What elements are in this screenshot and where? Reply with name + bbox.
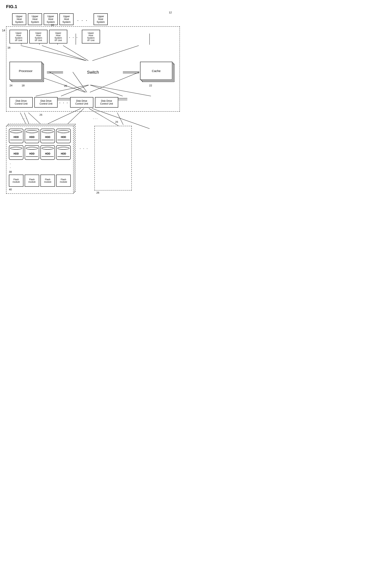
diagram-container: UpperHostSystem UpperHostSystem UpperHos… <box>6 13 180 292</box>
processor-switch-cache-row: Processor 18 24 Switch <box>9 62 176 83</box>
storage-dots: · · · <box>80 126 88 151</box>
flash-module-2: Flashmodule <box>25 175 39 187</box>
label-38: 38 <box>9 170 71 173</box>
label-24: 24 <box>9 84 12 87</box>
disk-control-1: Disk DriveControl Unit <box>9 97 33 108</box>
svg-line-21 <box>63 46 88 61</box>
second-enclosure-box <box>94 126 132 190</box>
hdd-vertical-dots: ·· <box>9 162 71 170</box>
svg-line-29 <box>90 85 123 96</box>
if-unit-3: UpperHostSystemI/F Unit <box>49 30 67 43</box>
svg-line-35 <box>117 113 123 125</box>
hdd-2-1: HDD <box>9 145 23 160</box>
disk-control-4: Disk DriveControl Unit <box>95 97 118 108</box>
cache-switch-lines <box>123 68 139 77</box>
svg-text:26: 26 <box>39 113 42 116</box>
hdd-1-3: HDD <box>40 129 55 143</box>
if-unit-1: UpperHostSystemI/F Unit <box>9 30 28 43</box>
svg-line-22 <box>92 46 139 61</box>
label-14: 14 <box>2 29 5 32</box>
cache-box: Cache <box>140 62 172 80</box>
if-unit-4: UpperHostSystemI/F Unit <box>82 30 100 43</box>
label-18: 18 <box>22 84 24 87</box>
hdd-2-4: HDD <box>56 145 71 160</box>
page: FIG.1 <box>0 0 183 297</box>
external-hosts-dots: · · · <box>75 13 88 23</box>
svg-text:26: 26 <box>115 120 118 123</box>
label-10: 10 <box>51 24 54 26</box>
disk-control-3: Disk DriveControl Unit <box>70 97 93 108</box>
hdd-1-4: HDD <box>56 129 71 143</box>
hdd-row-1: HDD HDD HDD HDD <box>9 129 71 143</box>
flash-module-3: Flashmodule <box>40 175 55 187</box>
main-system-box: 14 10 UpperHostSystemI/F Unit UpperHostS… <box>6 26 180 112</box>
disk-control-2: Disk DriveControl Unit <box>34 97 58 108</box>
cache-area: Cache 22 <box>139 62 176 83</box>
hdd-2-2: HDD <box>25 145 39 160</box>
external-host-1: UpperHostSystem <box>12 13 26 25</box>
processor-box: Processor <box>9 62 42 80</box>
diagram-content: UpperHostSystem UpperHostSystem UpperHos… <box>6 13 180 292</box>
if-unit-2: UpperHostSystemI/F Unit <box>29 30 47 43</box>
external-host-2: UpperHostSystem <box>28 13 42 25</box>
external-host-4: UpperHostSystem <box>59 13 74 25</box>
storage-enclosures-row: HDD HDD HDD HDD HDD HDD HDD HDD <box>6 126 180 194</box>
enclosure-front: HDD HDD HDD HDD HDD HDD HDD HDD <box>6 126 74 194</box>
external-hosts-row: UpperHostSystem UpperHostSystem UpperHos… <box>6 13 180 25</box>
flash-module-4: Flashmodule <box>56 175 71 187</box>
svg-line-30 <box>91 85 151 96</box>
figure-title: FIG.1 <box>6 4 177 9</box>
label-20: 20 <box>64 84 67 87</box>
proc-switch-lines <box>47 68 63 77</box>
disk-control-row: Disk DriveControl Unit Disk DriveControl… <box>9 97 176 108</box>
svg-line-27 <box>36 85 88 96</box>
label-12: 12 <box>169 11 172 14</box>
disk-control-dots: · · · <box>59 97 69 105</box>
switch-box: Switch <box>63 67 123 78</box>
enclosure-stack: HDD HDD HDD HDD HDD HDD HDD HDD <box>6 126 74 194</box>
svg-line-19 <box>21 46 86 61</box>
processor-area: Processor 18 24 <box>9 62 47 83</box>
flash-module-1: Flashmodule <box>9 175 23 187</box>
second-enclosure: 26 <box>94 126 132 190</box>
hdd-2-3: HDD <box>40 145 55 160</box>
label-40: 40 <box>9 188 71 191</box>
hdd-row-2: HDD HDD HDD HDD <box>9 145 71 160</box>
if-units-row: UpperHostSystemI/F Unit UpperHostSystemI… <box>9 30 176 43</box>
svg-text:· · ·: · · · <box>93 117 97 120</box>
if-units-dots: · · · <box>69 30 78 40</box>
external-host-3: UpperHostSystem <box>44 13 58 25</box>
label-22: 22 <box>149 84 152 87</box>
hdd-1-2: HDD <box>25 129 39 143</box>
svg-text:· · ·: · · · <box>22 117 27 120</box>
flash-row: Flashmodule Flashmodule Flashmodule Flas… <box>9 175 71 187</box>
label-16: 16 <box>8 46 10 49</box>
hdd-1-1: HDD <box>9 129 23 143</box>
if-switch-lines <box>9 46 175 62</box>
external-host-5: UpperHostSystem <box>94 13 108 25</box>
label-26b: 26 <box>96 191 99 194</box>
svg-line-20 <box>42 46 86 61</box>
